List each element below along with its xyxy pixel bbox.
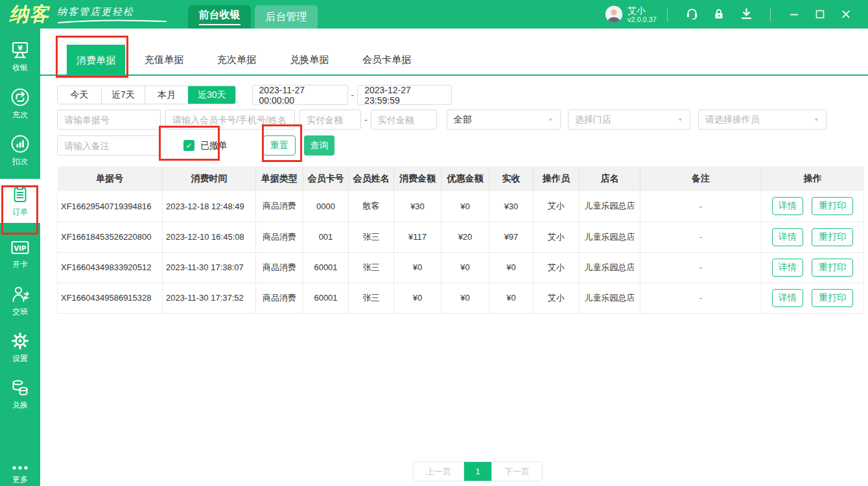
reprint-button[interactable]: 重打印 bbox=[812, 289, 853, 307]
store-select[interactable]: 选择门店 ▼ bbox=[568, 110, 690, 130]
sidebar-item-label: 充次 bbox=[12, 110, 28, 121]
store-select-placeholder: 选择门店 bbox=[575, 114, 611, 126]
quick-date-last30[interactable]: 近30天 bbox=[188, 86, 235, 104]
close-button[interactable] bbox=[838, 6, 854, 23]
reset-button[interactable]: 重置 bbox=[263, 135, 296, 156]
current-page-button[interactable]: 1 bbox=[464, 462, 491, 481]
order-type-select-value: 全部 bbox=[454, 114, 472, 126]
quick-date-group: 今天 近7天 本月 近30天 bbox=[57, 86, 236, 104]
cell-member-name: 张三 bbox=[349, 283, 394, 313]
date-end-input[interactable]: 2023-12-27 23:59:59 bbox=[357, 85, 452, 105]
quick-date-last7[interactable]: 近7天 bbox=[101, 86, 145, 104]
tab-member-card-orders[interactable]: 会员卡单据 bbox=[362, 54, 411, 66]
customer-service-button[interactable] bbox=[684, 6, 699, 22]
cell-consume-time: 2023-11-30 17:38:07 bbox=[163, 252, 256, 283]
avatar[interactable] bbox=[605, 6, 622, 23]
table-row: XF16629540719394816 2023-12-18 12:48:49 … bbox=[58, 191, 864, 222]
cell-remark: - bbox=[640, 222, 762, 252]
col-actions: 操作 bbox=[762, 167, 864, 191]
cashier-icon: ¥ bbox=[9, 41, 31, 60]
tab-recharge-orders[interactable]: 充值单据 bbox=[145, 54, 183, 66]
col-operator: 操作员 bbox=[534, 167, 580, 191]
user-name: 艾小 bbox=[628, 5, 657, 16]
detail-button[interactable]: 详情 bbox=[772, 289, 803, 307]
paid-amount-max-input[interactable] bbox=[371, 110, 437, 130]
member-search-input[interactable] bbox=[165, 110, 295, 130]
active-tab-underline bbox=[199, 24, 240, 25]
search-button[interactable]: 查询 bbox=[304, 135, 334, 156]
sidebar-item-settings[interactable]: 设置 bbox=[0, 327, 40, 368]
cell-order-no: XF16604349833920512 bbox=[58, 252, 163, 283]
cell-discount-amount: ¥20 bbox=[441, 222, 489, 252]
nav-tab-label: 后台管理 bbox=[266, 10, 307, 24]
operator-select[interactable]: 请选择操作员 ▼ bbox=[698, 110, 827, 130]
cell-order-type: 商品消费 bbox=[256, 191, 303, 222]
quick-date-month[interactable]: 本月 bbox=[145, 86, 188, 104]
sidebar-item-label: 收银 bbox=[12, 62, 28, 73]
tab-consume-orders[interactable]: 消费单据 bbox=[67, 45, 125, 75]
cell-store: 儿童乐园总店 bbox=[580, 283, 640, 313]
detail-button[interactable]: 详情 bbox=[772, 228, 803, 246]
download-icon bbox=[739, 6, 754, 21]
header-divider bbox=[667, 7, 668, 21]
next-page-button[interactable]: 下一页 bbox=[491, 462, 542, 481]
cell-actions: 详情 重打印 bbox=[762, 252, 864, 283]
app-window: 纳客 纳客管店更轻松 前台收银 后台管理 bbox=[0, 0, 868, 486]
sidebar-item-open-card[interactable]: VIP 开卡 bbox=[0, 233, 40, 275]
reprint-button[interactable]: 重打印 bbox=[812, 197, 853, 215]
cell-order-type: 商品消费 bbox=[256, 222, 303, 252]
sidebar-item-label: 兑换 bbox=[12, 400, 28, 411]
prev-page-button[interactable]: 上一页 bbox=[414, 462, 464, 481]
maximize-button[interactable] bbox=[812, 6, 828, 23]
sidebar-item-recharge-times[interactable]: 充次 bbox=[0, 83, 40, 124]
app-version: v2.0.0.37 bbox=[628, 16, 657, 24]
lock-button[interactable] bbox=[711, 6, 727, 22]
filter-row-actions: ✓ 已撤单 重置 查询 bbox=[57, 135, 868, 156]
quick-date-today[interactable]: 今天 bbox=[58, 86, 101, 104]
detail-button[interactable]: 详情 bbox=[772, 197, 803, 215]
close-icon bbox=[839, 7, 853, 21]
sidebar-item-orders[interactable]: 订单 bbox=[0, 179, 40, 223]
cell-operator: 艾小 bbox=[534, 252, 580, 283]
sidebar-item-cashier[interactable]: ¥ 收银 bbox=[0, 36, 40, 78]
tab-exchange-orders[interactable]: 兑换单据 bbox=[290, 54, 329, 66]
cell-consume-time: 2023-12-10 16:45:08 bbox=[163, 222, 256, 252]
order-no-input[interactable] bbox=[57, 110, 161, 130]
cell-consume-time: 2023-11-30 17:37:52 bbox=[163, 283, 256, 313]
cell-remark: - bbox=[640, 191, 762, 222]
sidebar-item-deduct-times[interactable]: 扣次 bbox=[0, 130, 40, 171]
operator-select-placeholder: 请选择操作员 bbox=[705, 114, 760, 126]
cell-operator: 艾小 bbox=[534, 283, 580, 313]
cell-consume-time: 2023-12-18 12:48:49 bbox=[163, 191, 256, 222]
detail-button[interactable]: 详情 bbox=[772, 259, 803, 277]
table-row: XF16618453526220800 2023-12-10 16:45:08 … bbox=[58, 222, 864, 252]
reprint-button[interactable]: 重打印 bbox=[812, 228, 853, 246]
order-type-select[interactable]: 全部 ▼ bbox=[447, 110, 561, 130]
remark-input[interactable] bbox=[57, 135, 161, 156]
cell-operator: 艾小 bbox=[534, 222, 580, 252]
revoked-checkbox[interactable]: ✓ bbox=[183, 140, 194, 151]
download-button[interactable] bbox=[738, 6, 754, 22]
nav-tab-front-cashier[interactable]: 前台收银 bbox=[188, 5, 251, 29]
minimize-button[interactable] bbox=[786, 6, 803, 23]
sidebar-item-more[interactable]: 更多 bbox=[0, 454, 40, 486]
sidebar-item-exchange[interactable]: 兑换 bbox=[0, 373, 40, 415]
table-row: XF16604349833920512 2023-11-30 17:38:07 … bbox=[58, 252, 864, 283]
header-divider bbox=[770, 7, 771, 21]
nav-tab-back-office[interactable]: 后台管理 bbox=[255, 5, 318, 29]
reprint-button[interactable]: 重打印 bbox=[812, 259, 853, 277]
date-start-input[interactable]: 2023-11-27 00:00:00 bbox=[252, 85, 348, 105]
avatar-person-icon bbox=[605, 6, 622, 23]
tab-recharge-times-orders[interactable]: 充次单据 bbox=[217, 54, 256, 66]
svg-text:VIP: VIP bbox=[14, 245, 27, 252]
col-consume-time: 消费时间 bbox=[163, 167, 256, 191]
col-store: 店名 bbox=[580, 167, 640, 191]
cell-order-no: XF16629540719394816 bbox=[58, 191, 163, 222]
revoked-checkbox-label: 已撤单 bbox=[200, 140, 228, 152]
pagination: 上一页 1 下一页 bbox=[413, 461, 543, 481]
chevron-down-icon: ▼ bbox=[548, 117, 554, 122]
paid-amount-min-input[interactable] bbox=[299, 110, 361, 130]
cell-paid: ¥0 bbox=[489, 283, 534, 313]
sidebar-item-shift-change[interactable]: 交班 bbox=[0, 280, 40, 321]
cell-paid: ¥97 bbox=[489, 222, 534, 252]
